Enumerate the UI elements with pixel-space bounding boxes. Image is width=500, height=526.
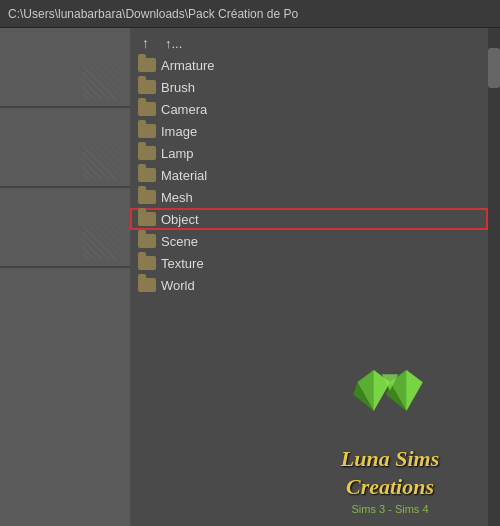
left-panel (0, 28, 130, 526)
logo-container: Luna Sims Creations Sims 3 - Sims 4 (290, 366, 490, 516)
folder-item-texture[interactable]: Texture (130, 252, 488, 274)
folder-label-scene: Scene (161, 234, 198, 249)
folder-icon-brush (138, 80, 156, 94)
top-bar: C:\Users\lunabarbara\Downloads\Pack Créa… (0, 0, 500, 28)
folder-item-armature[interactable]: Armature (130, 54, 488, 76)
folder-label-lamp: Lamp (161, 146, 194, 161)
folder-icon-camera (138, 102, 156, 116)
folder-item-image[interactable]: Image (130, 120, 488, 142)
folder-item-scene[interactable]: Scene (130, 230, 488, 252)
left-panel-section-2 (0, 108, 130, 188)
logo-gem-svg (345, 366, 435, 440)
path-text: C:\Users\lunabarbara\Downloads\Pack Créa… (8, 7, 298, 21)
folder-item-camera[interactable]: Camera (130, 98, 488, 120)
folder-item-lamp[interactable]: Lamp (130, 142, 488, 164)
folder-item-mesh[interactable]: Mesh (130, 186, 488, 208)
folder-item-world[interactable]: World (130, 274, 488, 296)
folder-icon-armature (138, 58, 156, 72)
up-directory-label: ↑... (165, 36, 182, 51)
folder-label-armature: Armature (161, 58, 214, 73)
folder-label-material: Material (161, 168, 207, 183)
folder-icon-image (138, 124, 156, 138)
folder-label-object: Object (161, 212, 199, 227)
logo-text: Luna Sims Creations Sims 3 - Sims 4 (341, 445, 439, 516)
folder-item-object[interactable]: Object (130, 208, 488, 230)
folder-icon-scene (138, 234, 156, 248)
folder-label-image: Image (161, 124, 197, 139)
folder-label-mesh: Mesh (161, 190, 193, 205)
folder-label-brush: Brush (161, 80, 195, 95)
folder-label-camera: Camera (161, 102, 207, 117)
logo-line2: Creations (341, 473, 439, 502)
scrollbar-thumb[interactable] (488, 48, 500, 88)
folder-icon-lamp (138, 146, 156, 160)
folder-icon-object (138, 212, 156, 226)
up-directory-item[interactable]: ↑ ↑... (130, 32, 488, 54)
folder-icon-mesh (138, 190, 156, 204)
left-panel-section-3 (0, 188, 130, 268)
logo-line3: Sims 3 - Sims 4 (341, 502, 439, 516)
up-directory-icon: ↑ (142, 36, 160, 50)
svg-marker-5 (406, 370, 422, 411)
folder-label-world: World (161, 278, 195, 293)
folder-icon-material (138, 168, 156, 182)
folder-item-brush[interactable]: Brush (130, 76, 488, 98)
folder-label-texture: Texture (161, 256, 204, 271)
folder-icon-world (138, 278, 156, 292)
logo-line1: Luna Sims (341, 445, 439, 474)
left-panel-section-1 (0, 28, 130, 108)
folder-item-material[interactable]: Material (130, 164, 488, 186)
folder-icon-texture (138, 256, 156, 270)
